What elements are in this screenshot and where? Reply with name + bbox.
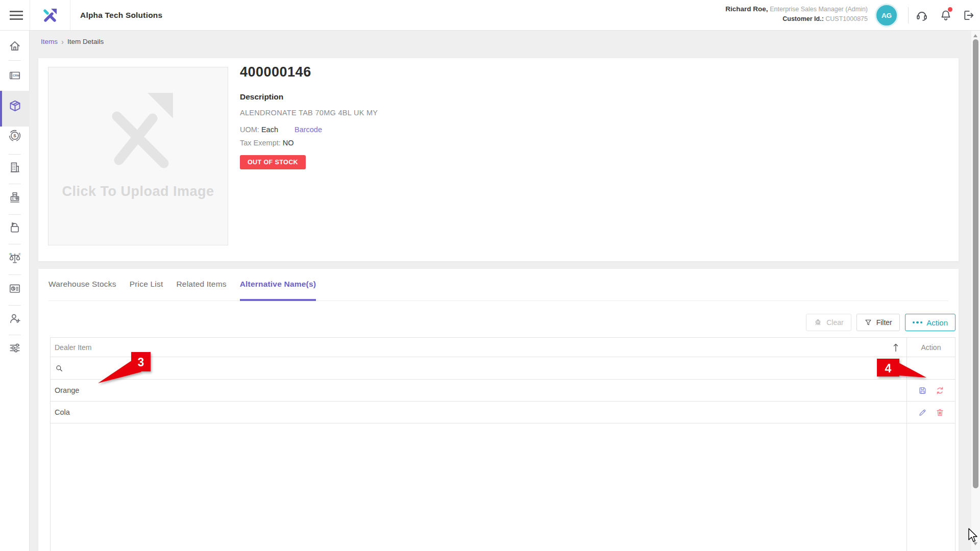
user-info: Richard Roe, Enterprise Sales Manager (A… (725, 4, 868, 24)
sidebar-item-pos[interactable] (0, 186, 30, 209)
user-role: Enterprise Sales Manager (Admin) (770, 6, 868, 13)
ellipsis-icon (913, 321, 923, 324)
breadcrumb-current: Item Details (67, 38, 104, 45)
annotation-badge-4: 4 (868, 352, 934, 383)
dealer-item-value: Orange (55, 386, 79, 394)
tab-related-items[interactable]: Related Items (176, 269, 226, 301)
filter-button-label: Filter (876, 318, 892, 327)
breadcrumb: Items › Item Details (41, 38, 104, 45)
building-icon (8, 161, 21, 174)
breadcrumb-items-link[interactable]: Items (41, 38, 58, 45)
search-cell (51, 357, 907, 379)
alternative-names-table: Dealer Item Action (50, 337, 955, 551)
refresh-icon[interactable] (935, 386, 945, 395)
sidebar-item-items[interactable] (0, 94, 30, 117)
svg-text:3: 3 (138, 356, 144, 369)
dealer-item-header-label: Dealer Item (55, 343, 91, 352)
item-info: 400000146 Description ALENDRONATE TAB 70… (240, 58, 378, 169)
hamburger-icon (9, 10, 23, 20)
tab-price-list[interactable]: Price List (130, 269, 163, 301)
headset-icon (915, 9, 928, 22)
item-details-page: Alpha Tech Solutions Richard Roe, Enterp… (0, 0, 980, 551)
sidebar-item-purchases[interactable] (0, 216, 30, 239)
balance-scale-icon: D C (8, 252, 21, 265)
sidebar-item-reports[interactable] (0, 278, 30, 300)
clear-button[interactable]: Clear (806, 314, 851, 331)
logout-button[interactable] (962, 9, 975, 22)
dealer-item-header-cell[interactable]: Dealer Item (51, 338, 907, 357)
svg-text:C: C (19, 253, 21, 256)
uom-label: UOM: (240, 126, 259, 134)
row-actions (907, 402, 955, 423)
tab-alternative-names[interactable]: Alternative Name(s) (240, 269, 316, 301)
clear-broom-icon (814, 318, 822, 327)
dealer-item-cell: Orange (51, 380, 907, 401)
sidebar-nav: CRM $ (0, 31, 30, 551)
filter-button[interactable]: Filter (856, 314, 900, 331)
sidebar-item-accounting[interactable]: D C (0, 247, 30, 269)
hamburger-menu-button[interactable] (8, 7, 25, 24)
sliders-icon (8, 341, 21, 355)
action-header-label: Action (921, 343, 941, 352)
table-row-cola: Cola (51, 402, 955, 423)
svg-text:D: D (10, 253, 12, 256)
tab-bar: Warehouse Stocks Price List Related Item… (48, 269, 948, 301)
crm-icon: CRM (8, 69, 21, 82)
dealer-item-value: Cola (55, 408, 70, 416)
add-user-icon (8, 312, 21, 325)
app-title: Alpha Tech Solutions (80, 0, 162, 30)
tax-exempt-value: NO (283, 139, 294, 147)
row-actions (907, 380, 955, 401)
top-bar: Alpha Tech Solutions Richard Roe, Enterp… (0, 0, 980, 31)
sidebar-item-crm[interactable]: CRM (0, 64, 30, 87)
breadcrumb-separator: › (61, 38, 64, 45)
app-logo[interactable] (30, 0, 70, 30)
avatar[interactable]: AG (875, 4, 898, 27)
notification-badge-dot (948, 7, 952, 12)
user-name: Richard Roe, (725, 5, 768, 13)
item-code: 400000146 (240, 64, 378, 80)
sidebar-item-company[interactable] (0, 156, 30, 179)
action-button[interactable]: Action (905, 314, 955, 331)
uom-row: UOM: Each Barcode (240, 126, 378, 134)
header-divider (908, 7, 909, 23)
edit-pencil-icon[interactable] (918, 408, 927, 417)
barcode-link[interactable]: Barcode (295, 126, 322, 134)
table-row-orange: Orange (51, 380, 955, 402)
customer-id-label: Customer Id.: (782, 15, 824, 22)
dollar-coin-icon: $ (8, 129, 21, 142)
customer-id-value: CUST1000875 (825, 15, 868, 22)
vertical-scrollbar (971, 31, 980, 551)
sidebar-item-home[interactable] (0, 35, 30, 57)
clear-button-label: Clear (826, 318, 843, 327)
dealer-item-search-input[interactable] (68, 364, 907, 372)
scrollbar-up-arrow[interactable] (973, 34, 977, 37)
scrollbar-thumb[interactable] (973, 39, 978, 488)
delete-trash-icon[interactable] (935, 408, 945, 417)
report-card-icon (8, 282, 21, 295)
sidebar-item-sales[interactable]: $ (0, 124, 30, 147)
svg-text:4: 4 (885, 362, 892, 375)
item-detail-tabs-card: Warehouse Stocks Price List Related Item… (38, 269, 959, 551)
scrollbar-down-arrow[interactable] (973, 542, 977, 545)
svg-text:$: $ (13, 133, 16, 138)
tab-warehouse-stocks[interactable]: Warehouse Stocks (48, 269, 116, 301)
svg-text:CRM: CRM (13, 74, 19, 77)
logout-icon (962, 9, 975, 22)
table-header-row: Dealer Item Action (51, 337, 955, 357)
shopping-bag-icon (8, 221, 21, 234)
tax-exempt-row: Tax Exempt: NO (240, 139, 378, 147)
table-toolbar: Clear Filter Action (806, 314, 955, 331)
tax-exempt-label: Tax Exempt: (240, 139, 281, 147)
image-upload-placeholder[interactable]: Click To Upload Image (48, 67, 228, 245)
table-search-row (51, 357, 955, 380)
sort-ascending-icon[interactable] (892, 342, 900, 353)
sidebar-item-add-user[interactable] (0, 307, 30, 330)
uom-value: Each (261, 126, 278, 134)
stock-status-badge: OUT OF STOCK (240, 155, 306, 169)
sidebar-item-settings[interactable] (0, 337, 30, 359)
annotation-badge-3: 3 (92, 347, 158, 393)
support-button[interactable] (915, 9, 928, 22)
dealer-item-cell: Cola (51, 402, 907, 423)
save-icon[interactable] (918, 386, 927, 395)
